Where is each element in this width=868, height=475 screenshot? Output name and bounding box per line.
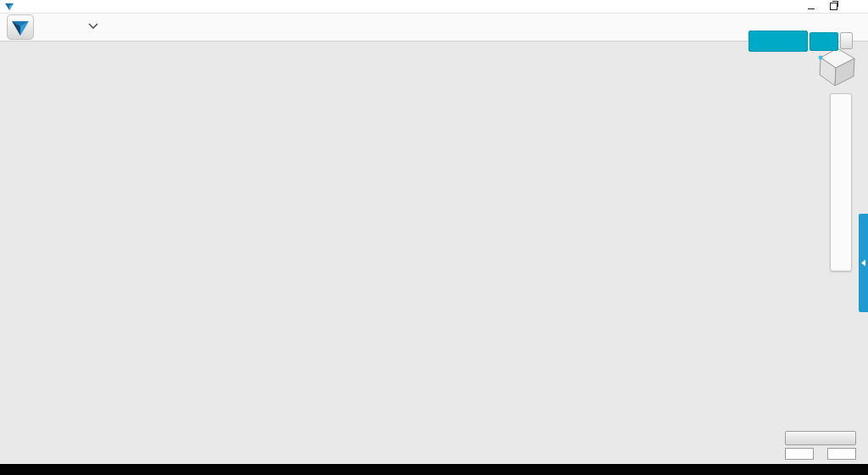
length-snap-input[interactable] [785,448,814,460]
view-cube[interactable] [810,44,860,95]
grid-panel [785,431,856,461]
main-toolbar [0,13,868,42]
title-bar [0,0,868,14]
minimize-button[interactable] [799,0,822,13]
signin-button[interactable] [810,32,838,51]
side-panel-tab[interactable] [859,214,868,312]
collapse-arrow-icon [861,260,865,266]
close-button[interactable] [845,0,868,13]
app-favicon [5,3,14,11]
menu-chevron-icon[interactable] [88,23,98,30]
premium-signup-button[interactable] [748,31,808,52]
help-button[interactable] [840,32,853,49]
viewport[interactable] [0,41,868,464]
app-logo[interactable] [7,14,34,40]
app-window [0,0,868,475]
edit-grid-button[interactable] [785,431,856,445]
bottom-black-bar [0,464,868,475]
angle-snap-input[interactable] [827,448,856,460]
viewport-canvas[interactable] [0,41,868,464]
view-tool-rail [830,93,852,271]
maximize-button[interactable] [822,0,845,13]
viewcube-corner-dot[interactable] [819,56,823,60]
